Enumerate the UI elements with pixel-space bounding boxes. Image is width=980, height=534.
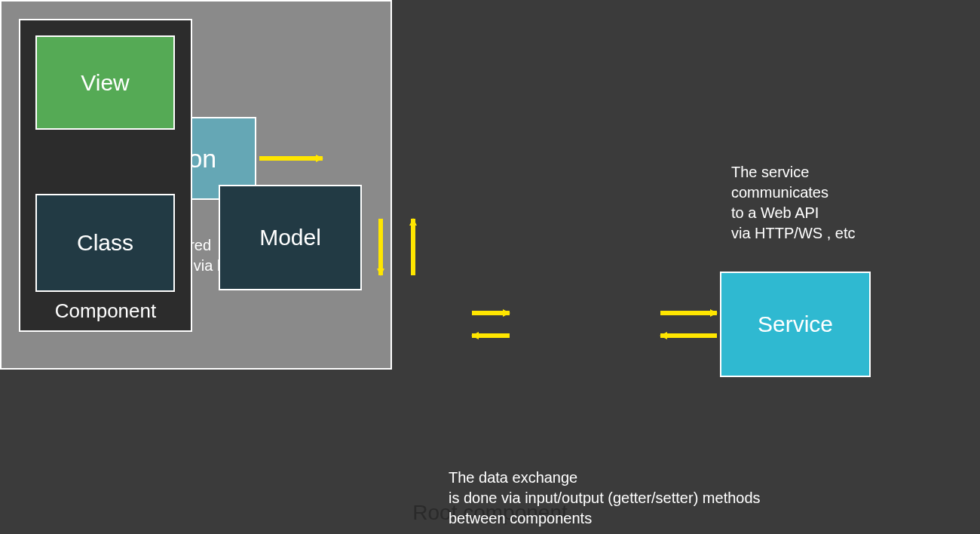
component-label: Component (55, 299, 156, 323)
view-box: View (35, 35, 175, 130)
diagram-canvas: Action Events are firedand updated via b… (0, 0, 980, 534)
class-box: Class (35, 194, 175, 292)
service-label: Service (758, 312, 833, 337)
view-label: View (81, 70, 129, 96)
model-box: Model (219, 185, 362, 290)
service-caption: The servicecommunicatesto a Web APIvia H… (731, 162, 855, 244)
model-label: Model (259, 225, 321, 250)
data-exchange-caption: The data exchangeis done via input/outpu… (449, 468, 761, 529)
service-box: Service (720, 272, 871, 377)
component-box: Component View Class (19, 19, 192, 332)
class-label: Class (77, 230, 133, 256)
